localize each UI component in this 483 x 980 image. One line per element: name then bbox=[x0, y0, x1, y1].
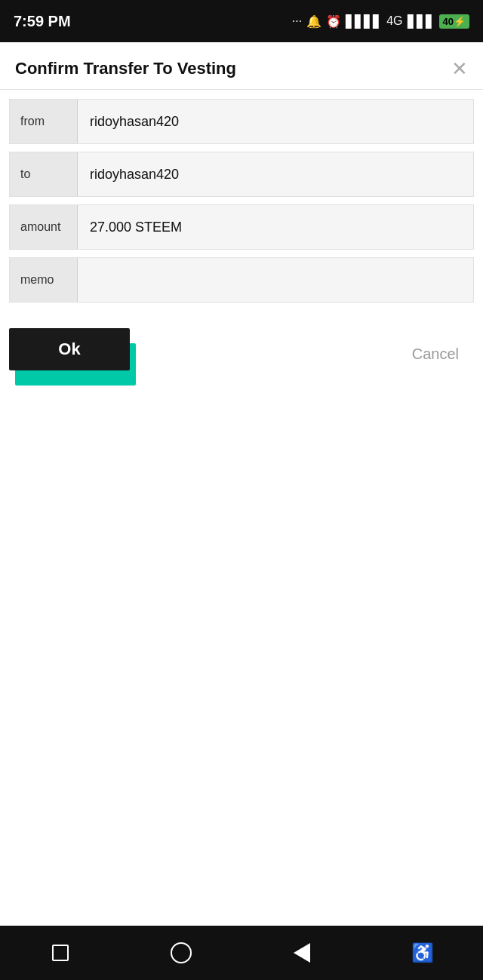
amount-row: amount 27.000 STEEM bbox=[9, 204, 474, 250]
dots-icon: ··· bbox=[292, 14, 302, 28]
dialog-title: Confirm Transfer To Vesting bbox=[15, 59, 236, 78]
from-row: from ridoyhasan420 bbox=[9, 99, 474, 144]
recent-apps-icon bbox=[52, 945, 69, 961]
header-divider bbox=[0, 89, 483, 90]
dialog-header: Confirm Transfer To Vesting ✕ bbox=[0, 42, 483, 89]
cancel-button[interactable]: Cancel bbox=[403, 339, 468, 369]
nav-accessibility-button[interactable]: ♿ bbox=[405, 935, 441, 971]
status-bar: 7:59 PM ··· 🔔 ⏰ ▋▋▋▋ 4G ▋▋▋ 40 ⚡ bbox=[0, 0, 483, 42]
memo-label: memo bbox=[10, 258, 78, 302]
nav-bar: ♿ bbox=[0, 926, 483, 980]
status-time: 7:59 PM bbox=[14, 13, 71, 30]
to-row: to ridoyhasan420 bbox=[9, 152, 474, 197]
amount-value: 27.000 STEEM bbox=[78, 205, 473, 249]
mute-icon: 🔔 bbox=[306, 14, 321, 29]
form-section: from ridoyhasan420 to ridoyhasan420 amou… bbox=[0, 99, 483, 310]
signal2-icon: ▋▋▋ bbox=[408, 14, 435, 29]
ok-button-wrapper: Ok bbox=[9, 328, 145, 379]
memo-value bbox=[78, 258, 473, 302]
action-buttons: Ok Cancel bbox=[0, 310, 483, 379]
main-content: Confirm Transfer To Vesting ✕ from ridoy… bbox=[0, 42, 483, 926]
ok-button[interactable]: Ok bbox=[9, 328, 130, 370]
signal-icon: ▋▋▋▋ bbox=[346, 14, 382, 29]
nav-back-button[interactable] bbox=[284, 935, 320, 971]
alarm-icon: ⏰ bbox=[326, 14, 341, 29]
back-icon bbox=[294, 943, 310, 963]
nav-recent-apps-button[interactable] bbox=[42, 935, 78, 971]
accessibility-icon: ♿ bbox=[411, 942, 434, 963]
nav-home-button[interactable] bbox=[163, 935, 199, 971]
status-icons: ··· 🔔 ⏰ ▋▋▋▋ 4G ▋▋▋ 40 ⚡ bbox=[292, 14, 469, 29]
to-value: ridoyhasan420 bbox=[78, 152, 473, 196]
to-label: to bbox=[10, 152, 78, 196]
network-label: 4G bbox=[386, 14, 402, 28]
home-icon bbox=[171, 942, 192, 963]
close-button[interactable]: ✕ bbox=[451, 59, 468, 78]
from-value: ridoyhasan420 bbox=[78, 100, 473, 143]
memo-row: memo bbox=[9, 257, 474, 303]
from-label: from bbox=[10, 100, 78, 143]
amount-label: amount bbox=[10, 205, 78, 249]
battery-indicator: 40 ⚡ bbox=[439, 14, 469, 29]
